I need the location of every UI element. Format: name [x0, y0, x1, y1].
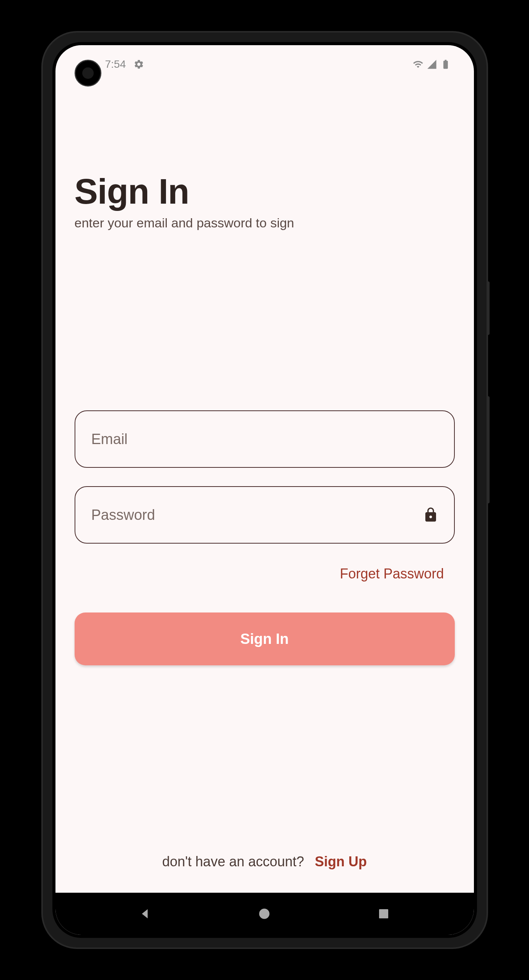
signin-button[interactable]: Sign In: [75, 612, 455, 665]
phone-inner: 7:54: [52, 42, 477, 938]
header: Sign In enter your email and password to…: [75, 172, 455, 230]
signin-form: Forget Password Sign In: [75, 410, 455, 665]
password-wrapper: [75, 486, 455, 562]
page-subtitle: enter your email and password to sign: [75, 216, 455, 230]
content: Sign In enter your email and password to…: [55, 76, 474, 893]
password-input[interactable]: [75, 486, 455, 544]
email-input[interactable]: [75, 410, 455, 468]
side-button-power: [487, 281, 490, 335]
battery-icon: [440, 59, 451, 70]
signal-icon: [426, 59, 437, 70]
svg-point-0: [259, 909, 270, 919]
forgot-password-link[interactable]: Forget Password: [340, 566, 444, 581]
navigation-bar: [55, 893, 474, 935]
lock-icon[interactable]: [423, 507, 439, 523]
status-right: [413, 59, 451, 70]
screen: 7:54: [55, 45, 474, 935]
status-time: 7:54: [105, 58, 126, 70]
forgot-password-row: Forget Password: [75, 566, 444, 582]
camera-punch-hole: [75, 60, 101, 87]
status-bar: 7:54: [55, 53, 474, 76]
gear-icon: [133, 59, 144, 70]
footer-prompt: don't have an account?: [162, 854, 304, 869]
side-button-volume: [487, 396, 490, 503]
email-wrapper: [75, 410, 455, 486]
nav-home-button[interactable]: [253, 902, 276, 925]
nav-back-button[interactable]: [134, 902, 157, 925]
wifi-icon: [413, 59, 423, 70]
phone-frame: 7:54: [43, 33, 487, 947]
nav-recent-button[interactable]: [372, 902, 395, 925]
footer: don't have an account? Sign Up: [75, 854, 455, 870]
status-left: 7:54: [105, 58, 145, 70]
signup-link[interactable]: Sign Up: [315, 854, 367, 869]
page-title: Sign In: [75, 172, 455, 212]
svg-rect-1: [379, 909, 388, 918]
